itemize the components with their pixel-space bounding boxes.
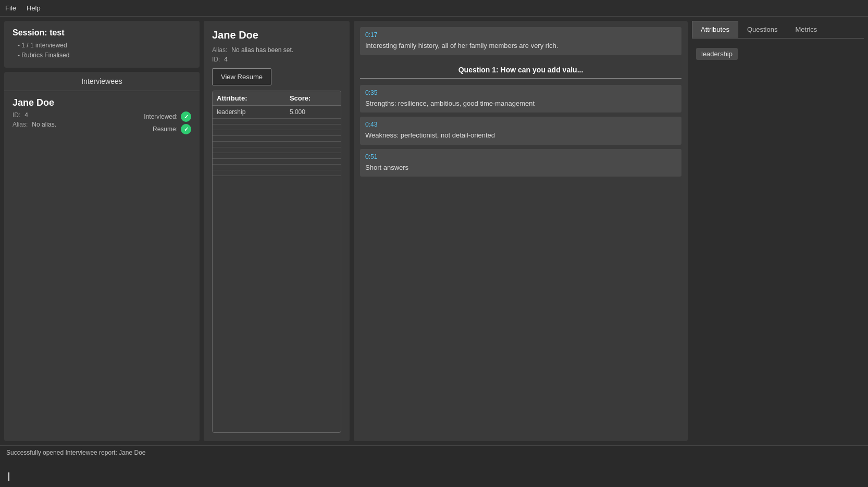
interviewed-label: Interviewed: [144, 113, 178, 120]
resume-badge-row: Resume: ✓ [153, 124, 191, 134]
attribute-cell [213, 153, 286, 159]
interviewee-details: ID: 4 Alias: No alias. Interviewed: ✓ [13, 111, 191, 134]
status-bar-text: Successfully opened Interviewee report: … [6, 449, 862, 456]
id-meta-row: ID: 4 [212, 56, 341, 63]
transcript-time-1: 0:17 [365, 31, 676, 39]
score-cell [286, 142, 341, 147]
left-panel: Session: test - 1 / 1 interviewed - Rubr… [4, 21, 200, 441]
alias-label: Alias: [13, 121, 28, 128]
id-label: ID: [13, 111, 20, 119]
table-row [213, 147, 341, 153]
attribute-cell [213, 165, 286, 170]
transcript-text-1: Interesting family history, all of her f… [365, 41, 676, 51]
table-row [213, 119, 341, 124]
tab-metrics[interactable]: Metrics [786, 21, 826, 38]
interviewee-item[interactable]: Jane Doe ID: 4 Alias: No alias. [4, 91, 200, 141]
score-cell [286, 124, 341, 130]
attribute-cell [213, 136, 286, 142]
file-menu[interactable]: File [5, 4, 16, 12]
tab-questions[interactable]: Questions [738, 21, 787, 38]
attribute-cell [213, 142, 286, 147]
view-resume-button[interactable]: View Resume [212, 68, 271, 85]
candidate-name: Jane Doe [212, 29, 341, 41]
alias-value: No alias. [32, 121, 56, 128]
table-row: leadership5.000 [213, 106, 341, 119]
resume-check-icon: ✓ [181, 124, 191, 134]
attribute-cell [213, 159, 286, 165]
score-cell: 5.000 [286, 106, 341, 119]
candidate-meta: Alias: No alias has been set. ID: 4 [212, 46, 341, 63]
question-divider: Question 1: How can you add valu... [360, 61, 681, 79]
score-cell [286, 153, 341, 159]
id-row: ID: 4 [13, 111, 56, 119]
score-cell [286, 130, 341, 136]
id-value: 4 [24, 111, 28, 119]
session-box: Session: test - 1 / 1 interviewed - Rubr… [4, 21, 200, 68]
table-row [213, 170, 341, 176]
attribute-cell [213, 170, 286, 176]
attribute-cell [213, 130, 286, 136]
transcript-entry-4: 0:51 Short answers [360, 149, 681, 177]
attr-tag-leadership[interactable]: leadership [696, 48, 738, 60]
score-cell [286, 170, 341, 176]
scores-table-container: Attribute: Score: leadership5.000 [212, 91, 341, 433]
transcript-text-2: Strengths: resilience, ambitious, good t… [365, 98, 676, 109]
id-meta-value: 4 [224, 56, 228, 63]
table-row [213, 142, 341, 147]
candidate-panel: Jane Doe Alias: No alias has been set. I… [204, 21, 350, 441]
attribute-col-header: Attribute: [213, 91, 286, 106]
attribute-cell [213, 176, 286, 182]
attribute-cell: leadership [213, 106, 286, 119]
score-cell [286, 147, 341, 153]
alias-row: Alias: No alias. [13, 121, 56, 128]
tab-attributes[interactable]: Attributes [692, 21, 738, 38]
score-cell [286, 165, 341, 170]
scores-table: Attribute: Score: leadership5.000 [213, 91, 341, 181]
attribute-cell [213, 124, 286, 130]
interviewed-check-icon: ✓ [181, 111, 191, 122]
interviewee-meta: ID: 4 Alias: No alias. [13, 111, 56, 128]
transcript-text-3: Weakness: perfectionist, not detail-orie… [365, 130, 676, 141]
attribute-cell [213, 119, 286, 124]
transcript-time-2: 0:35 [365, 89, 676, 96]
attribute-cell [213, 147, 286, 153]
table-row [213, 153, 341, 159]
interviewed-badge-row: Interviewed: ✓ [144, 111, 191, 122]
attributes-panel: Attributes Questions Metrics leadership [692, 21, 864, 441]
transcript-entry-3: 0:43 Weakness: perfectionist, not detail… [360, 117, 681, 145]
session-detail-1: - 1 / 1 interviewed [13, 41, 191, 51]
score-col-header: Score: [286, 91, 341, 106]
transcript-entry-1: 0:17 Interesting family history, all of … [360, 27, 681, 55]
status-cursor-icon [8, 472, 9, 481]
alias-meta-label: Alias: [212, 46, 227, 54]
transcript-time-4: 0:51 [365, 153, 676, 160]
id-meta-label: ID: [212, 56, 220, 63]
transcript-time-3: 0:43 [365, 121, 676, 128]
interviewee-name: Jane Doe [13, 97, 191, 108]
transcript-panel: 0:17 Interesting family history, all of … [354, 21, 688, 441]
help-menu[interactable]: Help [27, 4, 41, 12]
resume-label: Resume: [153, 126, 178, 133]
table-row [213, 130, 341, 136]
menu-bar: File Help [0, 0, 868, 17]
attr-tabs: Attributes Questions Metrics [692, 21, 864, 39]
interviewees-box: Interviewees Jane Doe ID: 4 Alias: No al… [4, 72, 200, 441]
transcript-text-4: Short answers [365, 163, 676, 173]
main-content: Session: test - 1 / 1 interviewed - Rubr… [0, 17, 868, 445]
session-detail-2: - Rubrics Finalised [13, 51, 191, 60]
attr-content: leadership [692, 44, 864, 441]
score-cell [286, 136, 341, 142]
interviewees-header: Interviewees [4, 72, 200, 91]
transcript-entry-2: 0:35 Strengths: resilience, ambitious, g… [360, 85, 681, 113]
score-cell [286, 176, 341, 182]
table-row [213, 124, 341, 130]
score-cell [286, 119, 341, 124]
session-title: Session: test [13, 28, 191, 38]
table-row [213, 136, 341, 142]
alias-meta-value: No alias has been set. [231, 46, 293, 54]
table-row [213, 159, 341, 165]
status-bar: Successfully opened Interviewee report: … [0, 445, 868, 487]
table-row [213, 176, 341, 182]
score-cell [286, 159, 341, 165]
alias-meta-row: Alias: No alias has been set. [212, 46, 341, 54]
